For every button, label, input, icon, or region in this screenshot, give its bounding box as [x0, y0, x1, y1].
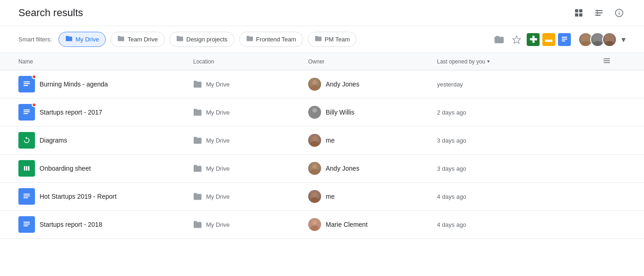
chip-label-my-drive: My Drive	[75, 36, 99, 43]
location-label: My Drive	[206, 109, 230, 116]
svg-rect-5	[595, 12, 603, 13]
table-row[interactable]: Startups report - 2017 My Drive Billy Wi…	[0, 98, 644, 126]
filter-chip-pm-team[interactable]: PM Team	[308, 32, 357, 47]
doc-icon	[18, 216, 35, 233]
col-owner[interactable]: Owner	[308, 57, 437, 66]
owner-avatar	[308, 134, 321, 147]
info-icon[interactable]	[613, 6, 626, 19]
chip-label-team-drive: Team Drive	[127, 36, 158, 43]
location-label: My Drive	[206, 193, 230, 200]
svg-point-39	[312, 164, 317, 169]
location-label: My Drive	[206, 81, 230, 88]
table-area: Name Location Owner Last opened by you ▾	[0, 53, 644, 239]
location-label: My Drive	[206, 165, 230, 172]
folder-icon-frontend	[246, 35, 253, 44]
cell-location: My Drive	[193, 131, 308, 150]
col-location[interactable]: Location	[193, 57, 308, 66]
svg-point-50	[310, 225, 319, 231]
svg-rect-30	[23, 111, 30, 112]
file-name: Startups report - 2017	[40, 109, 102, 116]
cell-location: My Drive	[193, 215, 308, 234]
cell-name: Startups report - 2018	[18, 211, 193, 238]
last-opened-value: 3 days ago	[437, 165, 466, 172]
table-row[interactable]: Burning Minds - agenda My Drive Andy Jon…	[0, 70, 644, 98]
svg-rect-31	[23, 113, 28, 114]
yellow-slides-icon[interactable]: ▬	[542, 33, 555, 46]
table-row[interactable]: Hot Startups 2019 - Report My Drive me 4…	[0, 183, 644, 211]
svg-point-10	[619, 11, 620, 12]
svg-point-40	[310, 169, 319, 175]
folder-icon-team	[117, 35, 125, 44]
blue-doc-icon[interactable]	[558, 33, 571, 46]
sheets-icon	[18, 160, 35, 177]
svg-rect-3	[579, 13, 582, 17]
cell-owner: Andy Jones	[308, 72, 437, 96]
svg-rect-23	[604, 63, 610, 63]
cell-owner: me	[308, 184, 437, 208]
svg-rect-42	[23, 196, 30, 196]
owner-name: Billy Willis	[326, 109, 354, 116]
file-icon-wrapper	[18, 76, 35, 92]
doc-icon	[18, 188, 35, 205]
svg-rect-48	[23, 225, 28, 226]
chip-label-design-projects: Design projects	[186, 36, 228, 43]
file-name: Burning Minds - agenda	[40, 80, 108, 88]
svg-point-44	[312, 192, 317, 197]
col-actions	[603, 57, 626, 66]
svg-rect-41	[23, 194, 30, 195]
avatars-dropdown-arrow[interactable]: ▾	[621, 34, 626, 45]
svg-point-17	[595, 36, 600, 40]
chip-label-frontend-team: Frontend Team	[256, 36, 296, 43]
svg-point-27	[312, 80, 317, 85]
table-row[interactable]: Startups report - 2018 My Drive Marie Cl…	[0, 211, 644, 239]
column-options-icon[interactable]	[603, 57, 611, 66]
cell-last-opened: 4 days ago	[437, 216, 603, 234]
svg-rect-7	[597, 10, 598, 16]
owner-name: me	[326, 193, 334, 200]
list-view-icon[interactable]	[592, 6, 605, 19]
location-label: My Drive	[206, 137, 230, 144]
cell-name: Hot Startups 2019 - Report	[18, 183, 193, 210]
svg-rect-2	[575, 13, 578, 17]
last-opened-value: 3 days ago	[437, 137, 466, 144]
star-filter-icon[interactable]	[509, 32, 524, 47]
table-row[interactable]: Diagrams My Drive me 3 days ago	[0, 126, 644, 155]
svg-rect-4	[595, 10, 603, 11]
cell-name: Startups report - 2017	[18, 98, 193, 126]
filter-chip-team-drive[interactable]: Team Drive	[110, 32, 165, 47]
filter-chip-design-projects[interactable]: Design projects	[169, 32, 235, 47]
owner-avatar	[308, 106, 321, 119]
grid-view-icon[interactable]	[572, 6, 585, 19]
file-name: Diagrams	[40, 137, 67, 144]
svg-rect-12	[562, 37, 567, 38]
cell-location: My Drive	[193, 75, 308, 94]
svg-point-20	[605, 41, 614, 46]
svg-rect-0	[575, 9, 578, 12]
svg-rect-25	[23, 83, 30, 84]
folder-filter-icon[interactable]	[492, 32, 506, 47]
svg-rect-21	[604, 58, 610, 59]
sheets-icon	[18, 132, 35, 149]
file-name: Onboarding sheet	[40, 165, 91, 172]
cell-name: Diagrams	[18, 126, 193, 154]
cell-location: My Drive	[193, 187, 308, 206]
green-plus-icon[interactable]: ✚	[527, 33, 540, 46]
owner-name: Marie Clement	[326, 221, 368, 228]
table-row[interactable]: Onboarding sheet My Drive Andy Jones 3 d…	[0, 155, 644, 183]
notification-dot	[32, 103, 36, 107]
col-name[interactable]: Name	[18, 57, 193, 66]
col-last-opened[interactable]: Last opened by you ▾	[437, 57, 603, 66]
cell-owner: Andy Jones	[308, 156, 437, 180]
cell-last-opened: 3 days ago	[437, 160, 603, 178]
smart-filters-label: Smart filters:	[18, 36, 52, 43]
avatar-3[interactable]	[602, 32, 617, 47]
cell-owner: Billy Willis	[308, 100, 437, 124]
svg-rect-37	[26, 166, 28, 171]
file-name: Hot Startups 2019 - Report	[40, 193, 116, 200]
svg-rect-46	[23, 222, 30, 223]
svg-rect-47	[23, 224, 30, 224]
cell-last-opened: 2 days ago	[437, 104, 603, 121]
filter-chip-frontend-team[interactable]: Frontend Team	[239, 32, 303, 47]
filter-chip-my-drive[interactable]: My Drive	[58, 32, 106, 47]
cell-location: My Drive	[193, 103, 308, 122]
